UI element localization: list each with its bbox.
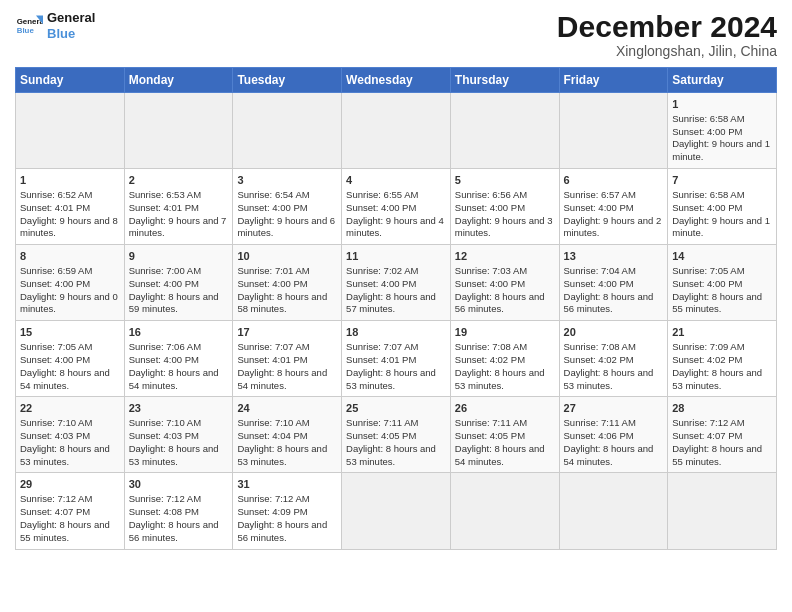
sunset-text: Sunset: 4:00 PM (564, 278, 634, 289)
sunset-text: Sunset: 4:04 PM (237, 430, 307, 441)
daylight-text: Daylight: 8 hours and 53 minutes. (564, 367, 654, 391)
day-number: 10 (237, 249, 337, 264)
table-row: 27Sunrise: 7:11 AMSunset: 4:06 PMDayligh… (559, 397, 668, 473)
col-monday: Monday (124, 68, 233, 93)
logo-icon: General Blue (15, 12, 43, 40)
day-number: 31 (237, 477, 337, 492)
table-row: 13Sunrise: 7:04 AMSunset: 4:00 PMDayligh… (559, 245, 668, 321)
daylight-text: Daylight: 8 hours and 53 minutes. (672, 367, 762, 391)
table-row: 19Sunrise: 7:08 AMSunset: 4:02 PMDayligh… (450, 321, 559, 397)
table-row: 16Sunrise: 7:06 AMSunset: 4:00 PMDayligh… (124, 321, 233, 397)
sunset-text: Sunset: 4:00 PM (129, 278, 199, 289)
sunset-text: Sunset: 4:02 PM (564, 354, 634, 365)
table-row: 5Sunrise: 6:56 AMSunset: 4:00 PMDaylight… (450, 169, 559, 245)
table-row: 9Sunrise: 7:00 AMSunset: 4:00 PMDaylight… (124, 245, 233, 321)
table-row: 29Sunrise: 7:12 AMSunset: 4:07 PMDayligh… (16, 473, 125, 549)
day-number: 26 (455, 401, 555, 416)
col-saturday: Saturday (668, 68, 777, 93)
sunset-text: Sunset: 4:03 PM (20, 430, 90, 441)
table-row: 3Sunrise: 6:54 AMSunset: 4:00 PMDaylight… (233, 169, 342, 245)
col-wednesday: Wednesday (342, 68, 451, 93)
daylight-text: Daylight: 9 hours and 6 minutes. (237, 215, 335, 239)
day-number: 27 (564, 401, 664, 416)
col-sunday: Sunday (16, 68, 125, 93)
daylight-text: Daylight: 8 hours and 54 minutes. (455, 443, 545, 467)
table-row: 10Sunrise: 7:01 AMSunset: 4:00 PMDayligh… (233, 245, 342, 321)
daylight-text: Daylight: 9 hours and 1 minute. (672, 215, 770, 239)
sunrise-text: Sunrise: 7:01 AM (237, 265, 309, 276)
daylight-text: Daylight: 8 hours and 55 minutes. (672, 443, 762, 467)
table-row: 14Sunrise: 7:05 AMSunset: 4:00 PMDayligh… (668, 245, 777, 321)
sunset-text: Sunset: 4:00 PM (564, 202, 634, 213)
sunrise-text: Sunrise: 7:08 AM (455, 341, 527, 352)
calendar-week-row: 29Sunrise: 7:12 AMSunset: 4:07 PMDayligh… (16, 473, 777, 549)
day-number: 9 (129, 249, 229, 264)
daylight-text: Daylight: 9 hours and 8 minutes. (20, 215, 118, 239)
title-block: December 2024 Xinglongshan, Jilin, China (557, 10, 777, 59)
page-container: General Blue General Blue December 2024 … (0, 0, 792, 612)
table-row: 12Sunrise: 7:03 AMSunset: 4:00 PMDayligh… (450, 245, 559, 321)
sunset-text: Sunset: 4:01 PM (20, 202, 90, 213)
page-header: General Blue General Blue December 2024 … (15, 10, 777, 59)
day-number: 1 (20, 173, 120, 188)
daylight-text: Daylight: 8 hours and 53 minutes. (237, 443, 327, 467)
sunrise-text: Sunrise: 6:55 AM (346, 189, 418, 200)
daylight-text: Daylight: 8 hours and 56 minutes. (129, 519, 219, 543)
sunrise-text: Sunrise: 7:12 AM (20, 493, 92, 504)
sunset-text: Sunset: 4:00 PM (346, 202, 416, 213)
day-number: 6 (564, 173, 664, 188)
day-number: 29 (20, 477, 120, 492)
sunset-text: Sunset: 4:02 PM (672, 354, 742, 365)
calendar-table: Sunday Monday Tuesday Wednesday Thursday… (15, 67, 777, 550)
sunset-text: Sunset: 4:03 PM (129, 430, 199, 441)
daylight-text: Daylight: 8 hours and 54 minutes. (20, 367, 110, 391)
table-row: 23Sunrise: 7:10 AMSunset: 4:03 PMDayligh… (124, 397, 233, 473)
daylight-text: Daylight: 9 hours and 4 minutes. (346, 215, 444, 239)
day-number: 14 (672, 249, 772, 264)
daylight-text: Daylight: 9 hours and 0 minutes. (20, 291, 118, 315)
table-row (342, 473, 451, 549)
sunset-text: Sunset: 4:00 PM (20, 278, 90, 289)
day-number: 17 (237, 325, 337, 340)
sunrise-text: Sunrise: 7:11 AM (564, 417, 636, 428)
day-number: 4 (346, 173, 446, 188)
calendar-week-row: 15Sunrise: 7:05 AMSunset: 4:00 PMDayligh… (16, 321, 777, 397)
table-row (342, 93, 451, 169)
day-number: 28 (672, 401, 772, 416)
sunset-text: Sunset: 4:05 PM (346, 430, 416, 441)
sunrise-text: Sunrise: 6:58 AM (672, 189, 744, 200)
day-number: 24 (237, 401, 337, 416)
sunrise-text: Sunrise: 7:11 AM (455, 417, 527, 428)
table-row: 1Sunrise: 6:52 AMSunset: 4:01 PMDaylight… (16, 169, 125, 245)
sunset-text: Sunset: 4:08 PM (129, 506, 199, 517)
day-number: 1 (672, 97, 772, 112)
day-number: 21 (672, 325, 772, 340)
day-number: 23 (129, 401, 229, 416)
day-number: 19 (455, 325, 555, 340)
col-friday: Friday (559, 68, 668, 93)
day-number: 3 (237, 173, 337, 188)
table-row: 25Sunrise: 7:11 AMSunset: 4:05 PMDayligh… (342, 397, 451, 473)
sunrise-text: Sunrise: 6:53 AM (129, 189, 201, 200)
daylight-text: Daylight: 8 hours and 53 minutes. (129, 443, 219, 467)
sunrise-text: Sunrise: 7:00 AM (129, 265, 201, 276)
sunset-text: Sunset: 4:07 PM (20, 506, 90, 517)
day-number: 15 (20, 325, 120, 340)
day-number: 12 (455, 249, 555, 264)
sunrise-text: Sunrise: 7:12 AM (672, 417, 744, 428)
sunrise-text: Sunrise: 7:03 AM (455, 265, 527, 276)
sunset-text: Sunset: 4:01 PM (346, 354, 416, 365)
calendar-week-row: 1Sunrise: 6:58 AMSunset: 4:00 PMDaylight… (16, 93, 777, 169)
table-row: 2Sunrise: 6:53 AMSunset: 4:01 PMDaylight… (124, 169, 233, 245)
sunset-text: Sunset: 4:00 PM (672, 202, 742, 213)
sunrise-text: Sunrise: 7:02 AM (346, 265, 418, 276)
sunrise-text: Sunrise: 7:05 AM (672, 265, 744, 276)
logo: General Blue General Blue (15, 10, 95, 41)
svg-text:Blue: Blue (17, 26, 35, 35)
sunrise-text: Sunrise: 6:58 AM (672, 113, 744, 124)
main-title: December 2024 (557, 10, 777, 43)
sunset-text: Sunset: 4:01 PM (129, 202, 199, 213)
table-row (16, 93, 125, 169)
sunset-text: Sunset: 4:00 PM (129, 354, 199, 365)
sunset-text: Sunset: 4:09 PM (237, 506, 307, 517)
